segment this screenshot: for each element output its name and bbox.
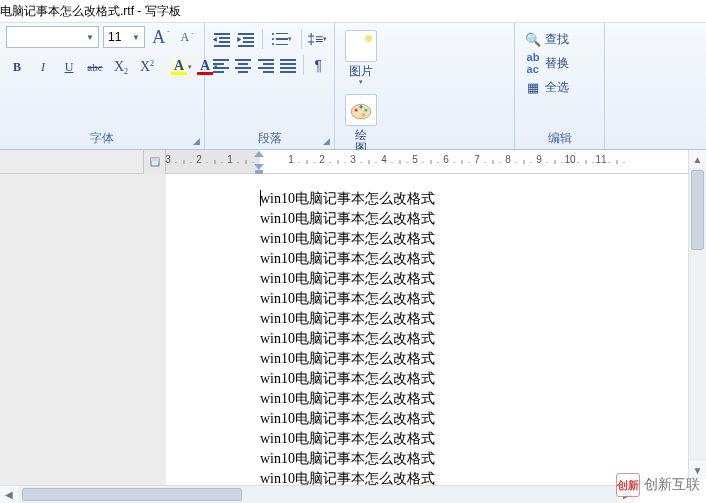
text-line: win10电脑记事本怎么改格式 [260,330,435,348]
align-left-button[interactable] [211,54,230,76]
scroll-left-button[interactable]: ◀ [0,486,18,503]
chevron-down-icon: ▾ [323,35,327,43]
scroll-track[interactable] [689,252,706,461]
font-size-value: 11 [108,30,121,44]
ruler-tick: 2 [319,156,325,165]
text-line: win10电脑记事本怎么改格式 [260,230,435,248]
text-line: win10电脑记事本怎么改格式 [260,210,435,228]
strikethrough-button[interactable]: abc [84,56,106,78]
document-page[interactable]: win10电脑记事本怎么改格式win10电脑记事本怎么改格式win10电脑记事本… [166,174,706,502]
indent-marker[interactable] [259,151,264,175]
justify-button[interactable] [278,54,297,76]
horizontal-scrollbar[interactable]: ◀ ▶ [0,485,636,503]
ruler-tick: 4 [381,156,387,165]
chevron-down-icon: ▼ [132,33,140,42]
scroll-thumb[interactable] [22,488,242,501]
ruler-tick: 9 [536,156,542,165]
svg-point-4 [362,113,365,116]
find-label: 查找 [545,31,569,48]
decrease-indent-icon [214,32,230,46]
shrink-font-icon: A [178,30,191,45]
align-center-button[interactable] [233,54,252,76]
replace-button[interactable]: abac 替换 [521,52,598,74]
shrink-font-button[interactable]: Aˇ [175,26,197,48]
select-all-label: 全选 [545,79,569,96]
chevron-down-icon: ▾ [288,35,292,43]
svg-point-1 [355,108,358,111]
watermark-text: 创新互联 [644,476,700,494]
text-line: win10电脑记事本怎么改格式 [260,310,435,328]
increase-indent-button[interactable] [236,28,258,50]
svg-point-2 [359,105,362,108]
ruler-tick: 3 [165,156,171,165]
scroll-track[interactable] [18,486,618,503]
select-all-button[interactable]: ▦ 全选 [521,76,598,98]
group-insert: 图片 ▾ 绘 图 ▾ 日期和 时间 ◫ 插入 对象 插入 [335,23,515,149]
dialog-launcher-icon[interactable]: ◢ [320,135,332,147]
group-paragraph: ▾ ‡≡▾ ¶ [205,23,335,149]
text-line: win10电脑记事本怎么改格式 [260,450,435,468]
ruler-tick: 10 [564,156,575,165]
text-line: win10电脑记事本怎么改格式 [260,430,435,448]
ruler-tick: 1 [227,156,233,165]
grow-font-button[interactable]: Aˇ [149,26,171,48]
text-line: win10电脑记事本怎么改格式 [260,270,435,288]
scroll-up-button[interactable]: ▲ [689,150,706,168]
bold-button[interactable]: B [6,56,28,78]
bullet-list-button[interactable]: ▾ [268,28,295,50]
group-editing: 🔍 查找 abac 替换 ▦ 全选 编辑 [515,23,605,149]
ruler-tick: 3 [350,156,356,165]
subscript-button[interactable]: X2 [110,56,132,78]
ruler-tick: 5 [412,156,418,165]
underline-button[interactable]: U [58,56,80,78]
ruler-toggle-icon [150,157,160,167]
text-line: win10电脑记事本怎么改格式 [260,250,435,268]
horizontal-ruler[interactable]: 3211234567891011 [166,150,706,173]
text-line: win10电脑记事本怎么改格式 [260,390,435,408]
increase-indent-icon [238,32,254,46]
highlight-color-button[interactable]: A ▾ [170,56,192,78]
line-spacing-icon: ‡≡ [307,31,323,47]
text-line: win10电脑记事本怎么改格式 [260,410,435,428]
ruler-toggle-button[interactable] [143,150,165,174]
group-paragraph-label: 段落 [211,127,328,149]
align-left-icon [213,58,229,72]
dialog-launcher-icon[interactable]: ◢ [190,135,202,147]
ruler-gutter [0,150,166,173]
font-size-combo[interactable]: 11 ▼ [103,26,145,48]
pilcrow-icon: ¶ [315,57,323,73]
font-family-combo[interactable]: ▼ [6,26,99,48]
document-area: win10电脑记事本怎么改格式win10电脑记事本怎么改格式win10电脑记事本… [0,174,706,502]
text-line: win10电脑记事本怎么改格式 [260,190,435,208]
insert-picture-button[interactable]: 图片 ▾ [341,26,381,86]
superscript-button[interactable]: X2 [136,56,158,78]
replace-label: 替换 [545,55,569,72]
group-font-label: 字体 [6,127,198,149]
text-cursor [260,190,261,206]
picture-icon [345,30,377,62]
window-title: 电脑记事本怎么改格式.rtf - 写字板 [0,4,181,18]
decrease-indent-button[interactable] [211,28,233,50]
ruler: 3211234567891011 [0,150,706,174]
line-spacing-button[interactable]: ‡≡▾ [306,28,328,50]
ruler-tick: 6 [443,156,449,165]
divider [301,29,302,49]
align-right-button[interactable] [256,54,275,76]
paragraph-marks-button[interactable]: ¶ [309,54,328,76]
text-line: win10电脑记事本怎么改格式 [260,350,435,368]
paint-icon [345,94,377,126]
vertical-scrollbar[interactable]: ▲ ▼ [688,150,706,479]
ruler-tick: 2 [196,156,202,165]
italic-button[interactable]: I [32,56,54,78]
ruler-tick: 8 [505,156,511,165]
grow-font-icon: A [150,27,167,48]
insert-picture-label: 图片 [349,65,373,78]
ruler-tick: 7 [474,156,480,165]
scroll-thumb[interactable] [691,170,704,250]
text-line: win10电脑记事本怎么改格式 [260,290,435,308]
document-gutter [0,174,166,502]
find-button[interactable]: 🔍 查找 [521,28,598,50]
group-font: ▼ 11 ▼ Aˇ Aˇ B I U abc X2 X2 [0,23,205,149]
chevron-down-icon: ▾ [359,78,363,86]
justify-icon [280,58,296,72]
